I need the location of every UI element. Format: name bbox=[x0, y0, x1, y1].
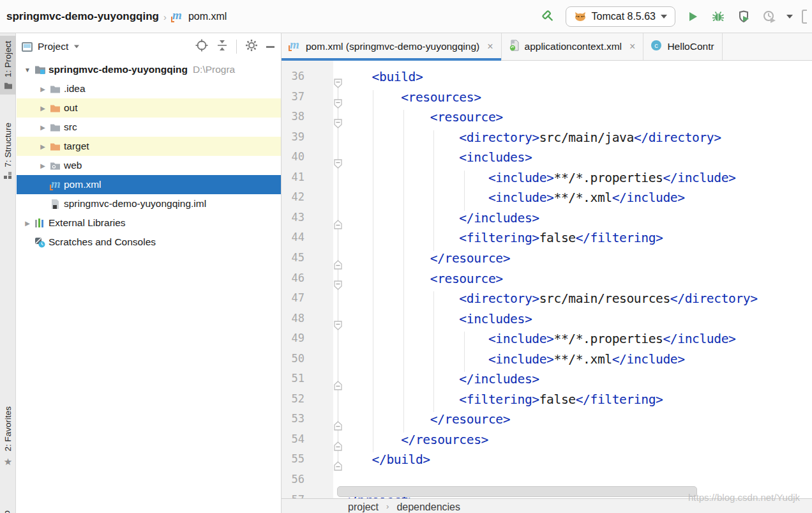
profiler-chevron-icon[interactable] bbox=[786, 15, 793, 19]
close-tab-icon[interactable]: × bbox=[487, 41, 493, 52]
collapse-arrow-icon[interactable]: ▶ bbox=[36, 162, 50, 169]
editor-tab-pom.xml[interactable]: mpom.xml (springmvc-demo-yuyongqing)× bbox=[282, 33, 502, 60]
code-editor[interactable]: 3536 <build>37 <resources>38 <resource>3… bbox=[282, 61, 812, 513]
spring-config-icon bbox=[509, 40, 520, 51]
code-line-46[interactable]: 46 <resource> bbox=[282, 272, 812, 292]
code-line-50[interactable]: 50 <include>**/*.xml</include> bbox=[282, 352, 812, 372]
folder-icon bbox=[50, 84, 61, 94]
code-line-48[interactable]: 48 <includes> bbox=[282, 312, 812, 332]
code-line-42[interactable]: 42 <include>**/*.xml</include> bbox=[282, 190, 812, 211]
code-line-41[interactable]: 41 <include>**/*.properties</include> bbox=[282, 171, 812, 191]
code-text: <include>**/*.xml</include> bbox=[343, 190, 685, 205]
project-panel: Project ▼springmvc-demo-yuyongqingD:\Pro… bbox=[17, 33, 282, 513]
run-configuration-label: Tomcat 8.5.63 bbox=[592, 11, 656, 22]
code-text: <include>**/*.xml</include> bbox=[343, 352, 685, 367]
tree-item-springmvc-demo-yuyongqing-iml[interactable]: springmvc-demo-yuyongqing.iml bbox=[17, 194, 281, 213]
project-view-chevron-icon[interactable] bbox=[74, 45, 79, 49]
editor-tab-applicationcontext.xml[interactable]: applicationcontext.xml× bbox=[502, 33, 644, 60]
code-line-45[interactable]: 45 </resource> bbox=[282, 251, 812, 272]
toolbar-divider bbox=[236, 40, 237, 54]
tree-item-target[interactable]: ▶target bbox=[17, 137, 281, 156]
close-tab-icon[interactable]: × bbox=[629, 41, 635, 52]
code-line-47[interactable]: 47 <directory>src/main/resources</direct… bbox=[282, 291, 812, 312]
tree-item-scratches-and-consoles[interactable]: Scratches and Consoles bbox=[17, 233, 281, 252]
profiler-icon[interactable] bbox=[761, 8, 778, 25]
tree-item-src[interactable]: ▶src bbox=[17, 118, 281, 137]
code-line-43[interactable]: 43 </includes> bbox=[282, 211, 812, 231]
locate-file-icon[interactable] bbox=[195, 39, 208, 54]
breadcrumb-file[interactable]: pom.xml bbox=[188, 11, 227, 22]
stripe-tab-favorites[interactable]: 2: Favorites ★ bbox=[0, 401, 16, 473]
debug-bug-icon[interactable] bbox=[710, 8, 726, 25]
code-line-40[interactable]: 40 <includes> bbox=[282, 150, 812, 171]
web-folder-icon bbox=[50, 161, 61, 171]
code-text: <includes> bbox=[343, 150, 532, 165]
tree-item-external-libraries[interactable]: ▶External Libraries bbox=[17, 213, 281, 233]
folder-icon bbox=[50, 123, 61, 132]
hide-panel-icon[interactable] bbox=[266, 46, 274, 48]
horizontal-scrollbar[interactable] bbox=[337, 486, 697, 497]
tree-item--idea[interactable]: ▶.idea bbox=[17, 79, 281, 98]
chevron-down-icon bbox=[661, 15, 667, 19]
expand-arrow-icon[interactable]: ▼ bbox=[20, 66, 34, 73]
project-panel-title[interactable]: Project bbox=[38, 41, 68, 52]
code-line-44[interactable]: 44 <filtering>false</filtering> bbox=[282, 231, 812, 251]
tool-window-icon bbox=[22, 42, 33, 52]
editor-tab-label: applicationcontext.xml bbox=[525, 41, 622, 52]
build-hammer-icon[interactable] bbox=[540, 8, 557, 25]
project-tree: ▼springmvc-demo-yuyongqingD:\Progra▶.ide… bbox=[17, 60, 281, 252]
tree-item-label: springmvc-demo-yuyongqing.iml bbox=[64, 198, 206, 210]
tree-item-springmvc-demo-yuyongqing[interactable]: ▼springmvc-demo-yuyongqingD:\Progra bbox=[17, 60, 281, 79]
code-text: </build> bbox=[343, 452, 430, 467]
line-number: 49 bbox=[285, 332, 304, 344]
editor-breadcrumb-project[interactable]: project bbox=[348, 502, 379, 513]
code-line-39[interactable]: 39 <directory>src/main/java</directory> bbox=[282, 130, 812, 151]
code-line-52[interactable]: 52 <filtering>false</filtering> bbox=[282, 392, 812, 413]
code-text: <filtering>false</filtering> bbox=[343, 231, 663, 245]
stripe-tab-structure[interactable]: 7: Structure bbox=[0, 118, 16, 185]
code-line-51[interactable]: 51 </includes> bbox=[282, 372, 812, 392]
tree-item-pom-xml[interactable]: mpom.xml bbox=[17, 175, 281, 194]
collapse-all-icon[interactable] bbox=[216, 39, 228, 54]
stripe-tab-project[interactable]: 1: Project bbox=[0, 36, 16, 95]
collapse-arrow-icon[interactable]: ▶ bbox=[20, 220, 34, 227]
collapse-arrow-icon[interactable]: ▶ bbox=[36, 143, 50, 150]
line-number: 40 bbox=[285, 150, 304, 163]
collapse-arrow-icon[interactable]: ▶ bbox=[36, 124, 50, 131]
code-line-53[interactable]: 53 </resource> bbox=[282, 412, 812, 433]
code-text: <resource> bbox=[343, 272, 503, 286]
libraries-icon bbox=[34, 218, 45, 228]
collapse-arrow-icon[interactable]: ▶ bbox=[36, 86, 50, 93]
collapse-arrow-icon[interactable]: ▶ bbox=[36, 105, 50, 112]
editor-breadcrumb-dependencies[interactable]: dependencies bbox=[396, 502, 460, 513]
tree-item-label: out bbox=[64, 102, 78, 114]
tree-item-out[interactable]: ▶out bbox=[17, 98, 281, 118]
code-line-38[interactable]: 38 <resource> bbox=[282, 110, 812, 130]
editor-area: mpom.xml (springmvc-demo-yuyongqing)×app… bbox=[282, 33, 812, 513]
line-number: 52 bbox=[285, 392, 304, 405]
code-line-37[interactable]: 37 <resources> bbox=[282, 90, 812, 111]
line-number: 37 bbox=[285, 90, 304, 103]
breadcrumb-project[interactable]: springmvc-demo-yuyongqing bbox=[6, 10, 159, 23]
code-line-36[interactable]: 36 <build> bbox=[282, 70, 812, 90]
code-line-54[interactable]: 54 </resources> bbox=[282, 433, 812, 453]
code-line-49[interactable]: 49 <include>**/*.properties</include> bbox=[282, 332, 812, 352]
clipped-toolbar-icon bbox=[802, 10, 807, 24]
settings-gear-icon[interactable] bbox=[245, 39, 258, 54]
line-number: 35 bbox=[285, 61, 304, 62]
code-text: <build> bbox=[343, 70, 423, 84]
run-icon[interactable] bbox=[684, 8, 701, 25]
ide-window: springmvc-demo-yuyongqing › m pom.xml To… bbox=[0, 0, 812, 513]
code-line-55[interactable]: 55 </build> bbox=[282, 452, 812, 473]
java-class-icon: c bbox=[650, 40, 662, 51]
run-with-coverage-icon[interactable] bbox=[735, 8, 752, 25]
line-number: 54 bbox=[285, 433, 304, 445]
code-text: <directory>src/main/java</directory> bbox=[343, 130, 721, 145]
code-line-35[interactable]: 35 bbox=[282, 61, 812, 70]
editor-tab-hellocontr[interactable]: cHelloContr bbox=[643, 33, 722, 60]
tree-item-web[interactable]: ▶web bbox=[17, 156, 281, 175]
run-configuration-select[interactable]: Tomcat 8.5.63 bbox=[566, 6, 676, 27]
line-number: 42 bbox=[285, 190, 304, 203]
line-number: 53 bbox=[285, 412, 304, 425]
tree-item-label: web bbox=[64, 160, 82, 171]
